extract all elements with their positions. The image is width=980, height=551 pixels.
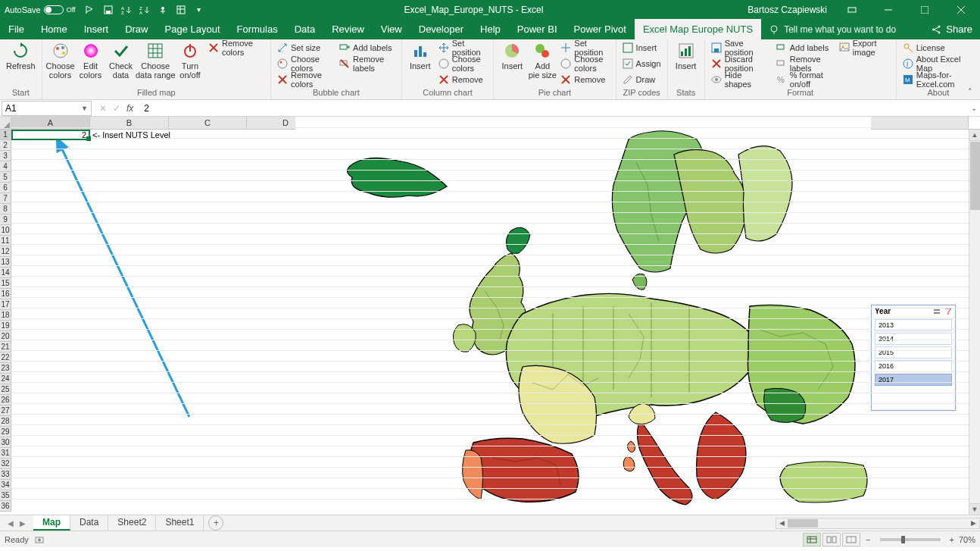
qa-touch-icon[interactable] bbox=[156, 3, 170, 17]
page-break-view-button[interactable] bbox=[842, 533, 860, 546]
about-map-button[interactable]: iAbout Excel Map bbox=[900, 55, 977, 71]
vertical-scrollbar[interactable]: ▲ ▼ bbox=[969, 130, 980, 515]
formula-input[interactable]: 2 bbox=[139, 103, 968, 114]
export-image-button[interactable]: Export image bbox=[836, 39, 893, 55]
row-header-13[interactable]: 13 bbox=[0, 257, 11, 268]
edit-colors-button[interactable]: Edit colors bbox=[76, 39, 106, 81]
zip-assign-button[interactable]: Assign bbox=[620, 55, 664, 71]
row-header-18[interactable]: 18 bbox=[0, 310, 11, 321]
row-header-28[interactable]: 28 bbox=[0, 416, 11, 427]
tab-help[interactable]: Help bbox=[472, 19, 509, 39]
maximize-button[interactable] bbox=[907, 0, 942, 19]
enter-formula-icon[interactable]: ✓ bbox=[113, 103, 120, 114]
row-header-26[interactable]: 26 bbox=[0, 395, 11, 405]
row-header-21[interactable]: 21 bbox=[0, 342, 11, 352]
save-position-button[interactable]: Save position bbox=[708, 39, 773, 55]
tab-data[interactable]: Data bbox=[286, 19, 323, 39]
remove-colors-button[interactable]: Remove colors bbox=[205, 39, 267, 55]
format-add-labels-button[interactable]: Add labels bbox=[773, 39, 836, 55]
pie-insert-button[interactable]: Insert bbox=[497, 39, 527, 72]
hscroll-left-icon[interactable]: ◀ bbox=[776, 519, 788, 527]
tab-page-layout[interactable]: Page Layout bbox=[157, 19, 229, 39]
choose-colors-button[interactable]: Choose colors bbox=[45, 39, 76, 81]
tell-me-search[interactable]: Tell me what you want to do bbox=[761, 24, 904, 35]
set-size-button[interactable]: Set size bbox=[274, 39, 336, 55]
share-button[interactable]: Share bbox=[925, 23, 980, 35]
row-header-35[interactable]: 35 bbox=[0, 490, 11, 501]
stats-insert-button[interactable]: Insert bbox=[671, 39, 701, 72]
column-choose-colors-button[interactable]: Choose colors bbox=[435, 55, 491, 71]
license-button[interactable]: License bbox=[900, 39, 977, 55]
hscroll-thumb[interactable] bbox=[788, 519, 818, 528]
add-sheet-button[interactable]: + bbox=[208, 515, 223, 531]
row-header-10[interactable]: 10 bbox=[0, 225, 11, 236]
hide-shapes-button[interactable]: Hide shapes bbox=[708, 71, 773, 87]
scroll-thumb[interactable] bbox=[970, 142, 980, 210]
name-box[interactable]: A1 ▼ bbox=[2, 101, 92, 116]
sheet-nav-prev-icon[interactable]: ◀ bbox=[8, 519, 14, 528]
row-header-29[interactable]: 29 bbox=[0, 427, 11, 437]
qa-select-icon[interactable] bbox=[83, 3, 97, 17]
row-header-4[interactable]: 4 bbox=[0, 161, 11, 172]
zoom-level[interactable]: 70% bbox=[959, 535, 975, 544]
tab-power-bi[interactable]: Power BI bbox=[509, 19, 566, 39]
slicer-item-2015[interactable]: 2015 bbox=[875, 346, 952, 358]
scroll-down-icon[interactable]: ▼ bbox=[969, 503, 980, 515]
bubble-choose-colors-button[interactable]: Choose colors bbox=[274, 55, 336, 71]
tab-excel-map-europe-nuts[interactable]: Excel Map Europe NUTS bbox=[635, 19, 761, 39]
row-header-16[interactable]: 16 bbox=[0, 289, 11, 299]
row-header-23[interactable]: 23 bbox=[0, 363, 11, 374]
select-all-button[interactable] bbox=[0, 117, 11, 129]
macro-record-icon[interactable] bbox=[35, 535, 44, 544]
sheet-tab-data[interactable]: Data bbox=[70, 515, 108, 531]
row-header-30[interactable]: 30 bbox=[0, 437, 11, 448]
slicer-item-2014[interactable]: 2014 bbox=[875, 333, 952, 345]
tab-draw[interactable]: Draw bbox=[117, 19, 156, 39]
bubble-remove-colors-button[interactable]: Remove colors bbox=[274, 71, 336, 87]
row-header-33[interactable]: 33 bbox=[0, 469, 11, 480]
tab-view[interactable]: View bbox=[373, 19, 410, 39]
row-header-1[interactable]: 1 bbox=[0, 130, 11, 140]
row-header-20[interactable]: 20 bbox=[0, 331, 11, 342]
qa-sort-desc-icon[interactable]: ZA bbox=[138, 3, 151, 17]
row-header-11[interactable]: 11 bbox=[0, 236, 11, 246]
sheet-tab-map[interactable]: Map bbox=[33, 515, 70, 531]
qa-sort-asc-icon[interactable]: AZ bbox=[120, 3, 133, 17]
sheet-tab-sheet1[interactable]: Sheet1 bbox=[156, 515, 204, 531]
row-header-8[interactable]: 8 bbox=[0, 204, 11, 214]
cell-A1[interactable]: 2 bbox=[11, 130, 90, 140]
hscroll-right-icon[interactable]: ▶ bbox=[968, 519, 979, 527]
row-header-36[interactable]: 36 bbox=[0, 501, 11, 512]
scroll-up-icon[interactable]: ▲ bbox=[969, 130, 980, 141]
year-slicer[interactable]: Year 20132014201520162017 bbox=[871, 305, 956, 411]
discard-position-button[interactable]: Discard position bbox=[708, 55, 773, 71]
column-set-position-button[interactable]: Set position bbox=[435, 39, 491, 55]
turn-on-off-button[interactable]: Turn on/off bbox=[175, 39, 205, 81]
add-pie-size-button[interactable]: Add pie size bbox=[527, 39, 557, 81]
row-header-3[interactable]: 3 bbox=[0, 151, 11, 161]
pie-remove-button[interactable]: Remove bbox=[557, 71, 612, 87]
collapse-ribbon-icon[interactable]: ˄ bbox=[965, 87, 975, 98]
user-name[interactable]: Bartosz Czapiewski bbox=[741, 5, 833, 15]
row-header-2[interactable]: 2 bbox=[0, 140, 11, 151]
row-header-19[interactable]: 19 bbox=[0, 321, 11, 331]
horizontal-scrollbar[interactable]: ◀ ▶ bbox=[776, 518, 980, 529]
row-header-24[interactable]: 24 bbox=[0, 374, 11, 384]
row-header-31[interactable]: 31 bbox=[0, 448, 11, 459]
row-header-12[interactable]: 12 bbox=[0, 246, 11, 257]
qa-save-icon[interactable] bbox=[101, 3, 115, 17]
zoom-thumb[interactable] bbox=[901, 536, 905, 543]
row-header-7[interactable]: 7 bbox=[0, 193, 11, 204]
column-remove-button[interactable]: Remove bbox=[435, 71, 491, 87]
row-header-17[interactable]: 17 bbox=[0, 299, 11, 310]
choose-data-range-button[interactable]: Choose data range bbox=[136, 39, 175, 81]
zoom-out-button[interactable]: − bbox=[866, 535, 870, 544]
tab-home[interactable]: Home bbox=[33, 19, 76, 39]
zip-insert-button[interactable]: Insert bbox=[620, 39, 664, 55]
row-header-27[interactable]: 27 bbox=[0, 405, 11, 416]
zoom-slider[interactable] bbox=[880, 538, 941, 541]
europe-map[interactable] bbox=[295, 117, 871, 511]
refresh-button[interactable]: Refresh bbox=[3, 39, 39, 72]
zip-draw-button[interactable]: Draw bbox=[620, 71, 664, 87]
row-header-14[interactable]: 14 bbox=[0, 268, 11, 278]
